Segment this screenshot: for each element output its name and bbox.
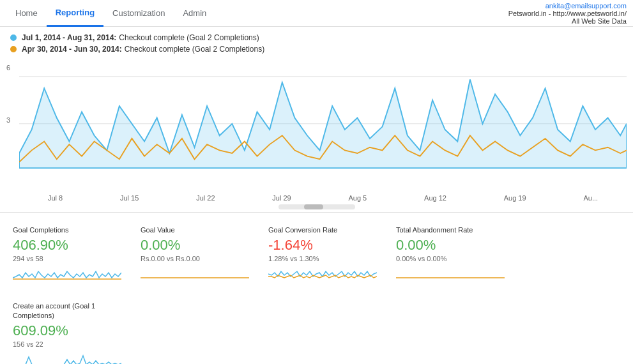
x-axis-labels: Jul 8 Jul 15 Jul 22 Jul 29 Aug 5 Aug 12 … [0,193,633,202]
mini-chart-2 [268,265,377,283]
x-label-1: Jul 15 [120,194,139,202]
main-chart [19,59,627,177]
stat-label-4: Create an account (Goal 1 Completions) [13,301,128,320]
stat-label-1: Goal Value [141,225,249,234]
stat-card-create-account: Create an account (Goal 1 Completions) 6… [6,296,134,364]
scroll-bar-area[interactable] [0,202,633,212]
header: Home Reporting Customization Admin ankit… [0,0,633,27]
stats-section: Goal Completions 406.90% 294 vs 58 Goal … [0,212,633,364]
legend-date-blue: Jul 1, 2014 - Aug 31, 2014: [22,33,116,42]
stat-value-1: 0.00% [141,237,249,254]
stat-sub-3: 0.00% vs 0.00% [396,255,505,262]
stat-sub-1: Rs.0.00 vs Rs.0.00 [141,255,249,262]
nav-customization[interactable]: Customization [103,0,174,27]
scroll-track[interactable] [278,204,355,209]
x-label-2: Jul 22 [196,194,215,202]
legend-metric-orange: Checkout complete (Goal 2 Completions) [125,45,264,54]
mini-chart-3 [396,265,505,283]
stat-value-2: -1.64% [268,237,377,254]
header-right: ankita@emailsupport.com Petsworld.in - h… [508,2,627,25]
legend-row-orange: Apr 30, 2014 - Jun 30, 2014: Checkout co… [10,45,623,54]
stat-sub-2: 1.28% vs 1.30% [268,255,377,262]
stat-value-3: 0.00% [396,237,505,254]
x-label-0: Jul 8 [48,194,63,202]
stat-sub-4: 156 vs 22 [13,340,128,348]
scroll-thumb[interactable] [304,204,323,209]
stat-card-goal-conversion: Goal Conversion Rate -1.64% 1.28% vs 1.3… [262,220,383,290]
x-label-3: Jul 29 [272,194,291,202]
data-label: All Web Site Data [508,17,627,25]
legend-date-orange: Apr 30, 2014 - Jun 30, 2014: [22,45,122,54]
y-label-3: 3 [6,116,10,124]
nav-admin[interactable]: Admin [174,0,215,27]
nav-home[interactable]: Home [6,0,47,27]
legend-row-blue: Jul 1, 2014 - Aug 31, 2014: Checkout com… [10,33,623,42]
stat-card-goal-completions: Goal Completions 406.90% 294 vs 58 [6,220,128,290]
legend-metric-blue: Checkout complete (Goal 2 Completions) [119,33,259,42]
x-label-4: Aug 5 [348,194,367,202]
y-label-6: 6 [6,64,10,72]
legend-section: Jul 1, 2014 - Aug 31, 2014: Checkout com… [0,27,633,59]
mini-chart-1 [141,265,249,283]
x-label-6: Aug 19 [504,194,526,202]
legend-dot-blue [10,34,17,41]
chart-container: 6 3 [6,59,627,193]
nav-reporting[interactable]: Reporting [47,0,103,27]
x-label-7: Au... [583,194,598,202]
stat-label-2: Goal Conversion Rate [268,225,377,234]
stat-label-3: Total Abandonment Rate [396,225,505,234]
stat-card-abandonment: Total Abandonment Rate 0.00% 0.00% vs 0.… [390,220,511,290]
mini-chart-4 [13,351,121,364]
mini-chart-0 [13,265,121,283]
user-email: ankita@emailsupport.com [508,2,627,10]
site-label: Petsworld.in - http://www.petsworld.in/ [508,10,627,17]
stat-sub-0: 294 vs 58 [13,255,121,262]
stat-card-goal-value: Goal Value 0.00% Rs.0.00 vs Rs.0.00 [134,220,255,290]
legend-dot-orange [10,46,17,52]
stat-label-0: Goal Completions [13,225,121,234]
stat-value-0: 406.90% [13,237,121,254]
x-label-5: Aug 12 [424,194,446,202]
stat-value-4: 609.09% [13,322,128,339]
